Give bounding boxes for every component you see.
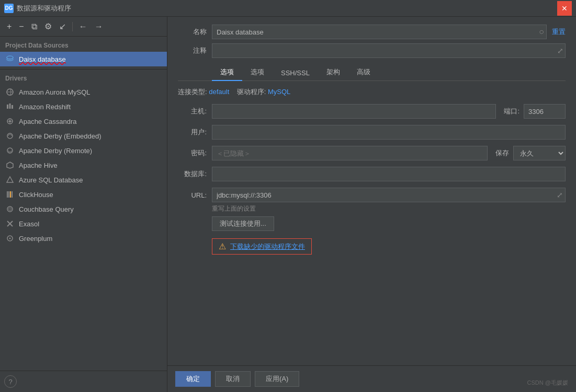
- host-label: 主机:: [178, 107, 207, 116]
- tab-advanced[interactable]: 高级: [348, 64, 379, 81]
- host-port-row: 主机: 端口:: [178, 104, 566, 119]
- sidebar-bottom: ?: [0, 371, 167, 392]
- svg-rect-12: [7, 191, 8, 198]
- sidebar-item-daisx[interactable]: Daisx database: [0, 52, 167, 66]
- db-input[interactable]: [212, 167, 566, 181]
- sidebar-item-redshift[interactable]: Amazon Redshift: [0, 99, 167, 114]
- remove-button[interactable]: −: [16, 20, 26, 33]
- tab-options-2[interactable]: 选项: [242, 64, 273, 81]
- test-connection-button[interactable]: 测试连接使用...: [212, 216, 274, 231]
- clickhouse-label: ClickHouse: [19, 191, 53, 199]
- sidebar-item-aurora[interactable]: Amazon Aurora MySQL: [0, 85, 167, 99]
- name-label: 名称: [178, 27, 207, 37]
- couchbase-icon: [5, 204, 15, 214]
- import-button[interactable]: ↙: [57, 20, 69, 33]
- svg-point-21: [9, 238, 11, 239]
- driver-warning[interactable]: ⚠ 下载缺少的驱动程序文件: [212, 238, 312, 255]
- app-icon: DG: [4, 4, 14, 13]
- sidebar-item-azure[interactable]: Azure SQL Database: [0, 172, 167, 187]
- derby-embedded-label: Apache Derby (Embedded): [19, 132, 101, 140]
- svg-rect-1: [7, 105, 8, 109]
- svg-rect-14: [10, 191, 11, 198]
- help-button[interactable]: ?: [4, 375, 17, 388]
- forward-button[interactable]: →: [92, 20, 106, 33]
- main-container: + − ⧉ ⚙ ↙ ← → Project Data Sources Dai: [0, 17, 576, 392]
- sidebar-item-couchbase[interactable]: Couchbase Query: [0, 202, 167, 216]
- daisx-icon: [5, 54, 15, 64]
- sidebar-item-hive[interactable]: Apache Hive: [0, 158, 167, 172]
- couchbase-label: Couchbase Query: [19, 205, 74, 213]
- user-input[interactable]: [212, 125, 566, 140]
- drivers-label: Drivers: [0, 69, 167, 85]
- derby-embedded-icon: [5, 131, 15, 141]
- add-button[interactable]: +: [4, 20, 14, 33]
- clickhouse-icon: [5, 190, 15, 199]
- comment-expand-button[interactable]: ⤢: [557, 47, 563, 55]
- sidebar-item-derby-remote[interactable]: Apache Derby (Remote): [0, 143, 167, 158]
- redshift-label: Amazon Redshift: [19, 103, 71, 111]
- password-label: 密码:: [178, 148, 207, 158]
- tab-ssh-ssl[interactable]: SSH/SSL: [273, 66, 318, 81]
- comment-input[interactable]: [212, 43, 566, 58]
- svg-rect-2: [9, 103, 11, 109]
- rewrite-row: 重写上面的设置: [212, 204, 566, 213]
- port-label: 端口:: [504, 107, 519, 116]
- derby-remote-icon: [5, 146, 15, 155]
- derby-remote-label: Apache Derby (Remote): [19, 147, 92, 155]
- watermark: CSDN @毛媛媛: [527, 379, 568, 387]
- copy-button[interactable]: ⧉: [29, 20, 40, 33]
- sidebar-item-cassandra[interactable]: Apache Cassandra: [0, 114, 167, 129]
- sidebar-item-exasol[interactable]: Exasol: [0, 216, 167, 231]
- aurora-icon: [5, 87, 15, 97]
- name-clear-button[interactable]: ○: [539, 27, 544, 37]
- exasol-label: Exasol: [19, 220, 39, 228]
- name-input[interactable]: [212, 25, 547, 39]
- sidebar-content: Project Data Sources Daisx database Driv…: [0, 37, 167, 371]
- content-panel: 名称 ○ 重置 注释 ⤢ 选项: [167, 17, 576, 392]
- db-label: 数据库:: [178, 169, 207, 179]
- daisx-label: Daisx database: [19, 55, 66, 63]
- form-area: 名称 ○ 重置 注释 ⤢ 选项: [167, 17, 576, 365]
- rewrite-link[interactable]: 重写上面的设置: [212, 205, 256, 212]
- tab-schema[interactable]: 架构: [318, 64, 348, 81]
- url-input-wrap: ⤢: [212, 188, 566, 202]
- cassandra-label: Apache Cassandra: [19, 118, 77, 125]
- hive-label: Apache Hive: [19, 162, 58, 169]
- title-bar: DG 数据源和驱动程序 ✕: [0, 0, 576, 17]
- sidebar-item-greenplum[interactable]: Greenplum: [0, 231, 167, 246]
- save-select[interactable]: 永久 会话 不保存: [513, 146, 566, 160]
- close-button[interactable]: ✕: [557, 1, 572, 16]
- db-row: 数据库:: [178, 167, 566, 181]
- port-input[interactable]: [524, 104, 566, 119]
- aurora-label: Amazon Aurora MySQL: [19, 88, 91, 96]
- password-input[interactable]: [212, 146, 488, 160]
- reset-link[interactable]: 重置: [552, 27, 566, 37]
- settings-button[interactable]: ⚙: [42, 20, 54, 33]
- sidebar-toolbar: + − ⧉ ⚙ ↙ ← →: [0, 17, 167, 37]
- svg-point-17: [9, 208, 12, 211]
- sidebar-item-clickhouse[interactable]: ClickHouse: [0, 187, 167, 202]
- sidebar-item-derby-embedded[interactable]: Apache Derby (Embedded): [0, 129, 167, 143]
- test-btn-row: 测试连接使用...: [212, 216, 566, 231]
- warning-text: 下载缺少的驱动程序文件: [230, 242, 305, 251]
- action-bar: 确定 取消 应用(A) CSDN @毛媛媛: [167, 365, 576, 392]
- host-input[interactable]: [212, 104, 496, 119]
- cassandra-icon: [5, 117, 15, 126]
- url-expand-button[interactable]: ⤢: [557, 191, 563, 199]
- svg-marker-11: [7, 177, 13, 182]
- ok-button[interactable]: 确定: [175, 371, 211, 387]
- conn-type-link[interactable]: default: [209, 88, 229, 96]
- greenplum-label: Greenplum: [19, 235, 52, 243]
- apply-button[interactable]: 应用(A): [255, 371, 299, 387]
- cancel-button[interactable]: 取消: [215, 371, 251, 387]
- svg-rect-13: [8, 191, 9, 198]
- save-label: 保存: [495, 148, 509, 158]
- driver-link[interactable]: MySQL: [268, 88, 290, 96]
- url-input[interactable]: [212, 188, 566, 202]
- redshift-icon: [5, 102, 15, 111]
- tabs: 选项 选项 SSH/SSL 架构 高级: [178, 64, 566, 81]
- password-save-row: 密码: 保存 永久 会话 不保存: [178, 146, 566, 160]
- tab-options-1[interactable]: 选项: [212, 64, 242, 81]
- azure-label: Azure SQL Database: [19, 176, 83, 184]
- back-button[interactable]: ←: [76, 20, 90, 33]
